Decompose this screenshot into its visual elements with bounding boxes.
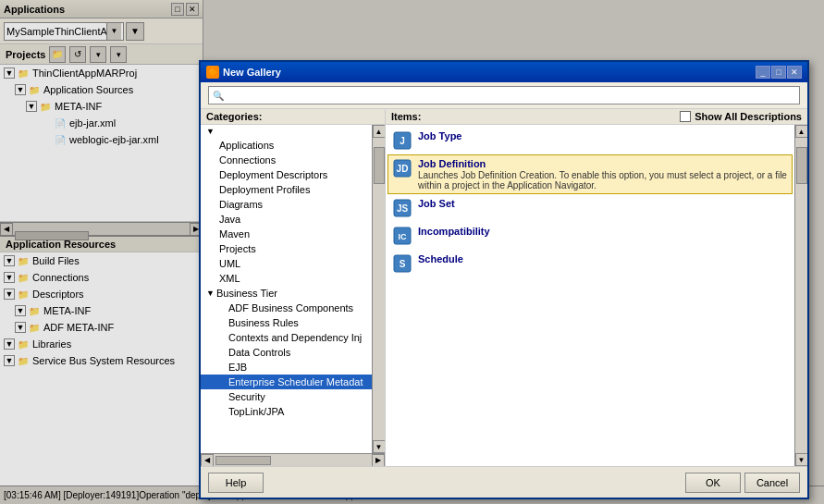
item-row-job-definition[interactable]: JD Job Definition Launches Job Definitio… bbox=[387, 154, 793, 194]
dialog-title-icon: 🔶 bbox=[206, 66, 219, 79]
dialog-minimize-btn[interactable]: _ bbox=[756, 66, 770, 79]
cat-item-maven[interactable]: Maven bbox=[201, 227, 372, 241]
cat-item-java[interactable]: Java bbox=[201, 212, 372, 227]
cat-item-data-controls[interactable]: Data Controls bbox=[201, 345, 372, 360]
items-vscroll[interactable]: ▲ ▼ bbox=[794, 125, 807, 466]
cat-item-uml[interactable]: UML bbox=[201, 256, 372, 271]
item-row-schedule[interactable]: S Schedule bbox=[387, 250, 793, 277]
item-icon-job-definition: JD bbox=[392, 158, 412, 178]
cat-item-cdi[interactable]: Contexts and Dependency Inj bbox=[201, 330, 372, 345]
item-name-job-definition: Job Definition bbox=[418, 158, 788, 169]
ok-button[interactable]: OK bbox=[685, 473, 741, 493]
cat-vscroll-track bbox=[374, 138, 385, 440]
item-desc-job-definition: Launches Job Definition Creation. To ena… bbox=[418, 170, 788, 191]
cancel-button[interactable]: Cancel bbox=[744, 473, 800, 493]
item-name-job-set: Job Set bbox=[418, 198, 788, 209]
items-vscroll-track bbox=[796, 138, 807, 453]
items-vscroll-thumb bbox=[796, 147, 807, 184]
cat-item-diagrams[interactable]: Diagrams bbox=[201, 197, 372, 212]
svg-text:J: J bbox=[400, 136, 405, 146]
item-row-incompatibility[interactable]: IC Incompatibility bbox=[387, 222, 793, 250]
business-tier-expand: ▼ bbox=[206, 289, 215, 298]
footer-right: OK Cancel bbox=[685, 473, 800, 493]
cat-vscroll-down[interactable]: ▼ bbox=[373, 440, 386, 453]
items-header-label: Items: bbox=[391, 111, 421, 122]
cat-item-deployment-descriptors[interactable]: Deployment Descriptors bbox=[201, 167, 372, 182]
cat-item-applications[interactable]: Applications bbox=[201, 138, 372, 153]
cat-item-security[interactable]: Security bbox=[201, 389, 372, 404]
item-name-job-type: Job Type bbox=[418, 130, 788, 141]
item-name-schedule: Schedule bbox=[418, 253, 788, 264]
item-content-job-set: Job Set bbox=[418, 198, 788, 209]
show-all-container[interactable]: Show All Descriptions bbox=[680, 111, 802, 122]
dialog-titlebar: 🔶 New Gallery _ □ ✕ bbox=[201, 62, 807, 82]
svg-text:JS: JS bbox=[397, 203, 409, 214]
dialog-maximize-btn[interactable]: □ bbox=[771, 66, 786, 79]
categories-header: Categories: bbox=[201, 109, 385, 125]
cat-item-ejb[interactable]: EJB bbox=[201, 360, 372, 375]
cat-item-xml[interactable]: XML bbox=[201, 271, 372, 286]
dialog-title-left: 🔶 New Gallery bbox=[206, 66, 281, 79]
cat-vscroll-thumb bbox=[374, 147, 385, 184]
item-content-schedule: Schedule bbox=[418, 253, 788, 264]
items-header: Items: Show All Descriptions bbox=[386, 109, 807, 125]
cat-item-connections[interactable]: Connections bbox=[201, 153, 372, 167]
dialog-close-btn[interactable]: ✕ bbox=[787, 66, 802, 79]
categories-list: ▼ Applications Connections Deployment De… bbox=[201, 125, 372, 453]
show-all-checkbox[interactable] bbox=[680, 111, 691, 122]
item-row-job-set[interactable]: JS Job Set bbox=[387, 194, 793, 222]
items-list: J Job Type JD bbox=[386, 125, 794, 466]
item-icon-job-set: JS bbox=[392, 198, 412, 218]
cat-item-adf-bc[interactable]: ADF Business Components bbox=[201, 301, 372, 315]
svg-text:JD: JD bbox=[397, 164, 409, 174]
item-icon-schedule: S bbox=[392, 253, 412, 274]
cat-section-expand: ▼ bbox=[206, 127, 215, 136]
dialog-title-btns: _ □ ✕ bbox=[756, 66, 802, 79]
dialog-columns: Categories: ▼ Applications Connections D… bbox=[201, 108, 807, 466]
search-box[interactable]: 🔍 bbox=[208, 86, 800, 104]
item-icon-incompatibility: IC bbox=[392, 226, 412, 246]
cat-item-deployment-profiles[interactable]: Deployment Profiles bbox=[201, 182, 372, 197]
item-content-job-definition: Job Definition Launches Job Definition C… bbox=[418, 158, 788, 191]
cat-item-enterprise-scheduler[interactable]: Enterprise Scheduler Metadat bbox=[201, 375, 372, 389]
categories-panel: Categories: ▼ Applications Connections D… bbox=[201, 109, 386, 466]
dialog-footer: Help OK Cancel bbox=[201, 466, 807, 498]
svg-text:S: S bbox=[400, 259, 406, 269]
search-input[interactable] bbox=[228, 90, 795, 101]
items-vscroll-down[interactable]: ▼ bbox=[795, 453, 808, 466]
business-tier-label: Business Tier bbox=[216, 288, 277, 299]
cat-section-business[interactable]: ▼ Business Tier bbox=[201, 286, 372, 301]
cat-hscroll[interactable]: ◀ ▶ bbox=[201, 453, 385, 466]
item-row-job-type[interactable]: J Job Type bbox=[387, 127, 793, 154]
categories-vscroll[interactable]: ▲ ▼ bbox=[372, 125, 385, 453]
svg-text:IC: IC bbox=[399, 232, 408, 241]
items-panel: Items: Show All Descriptions J bbox=[386, 109, 807, 466]
items-vscroll-up[interactable]: ▲ bbox=[795, 125, 808, 138]
cat-hscroll-left[interactable]: ◀ bbox=[201, 454, 214, 467]
help-button[interactable]: Help bbox=[208, 473, 264, 493]
item-content-job-type: Job Type bbox=[418, 130, 788, 141]
cat-item-business-rules[interactable]: Business Rules bbox=[201, 315, 372, 330]
dialog-title-text: New Gallery bbox=[223, 67, 281, 78]
cat-item-toplink[interactable]: TopLink/JPA bbox=[201, 404, 372, 419]
dialog-search-row: 🔍 bbox=[201, 82, 807, 108]
item-icon-job-type: J bbox=[392, 130, 412, 151]
search-icon: 🔍 bbox=[213, 91, 224, 101]
cat-item-projects[interactable]: Projects bbox=[201, 241, 372, 256]
gallery-dialog: 🔶 New Gallery _ □ ✕ 🔍 Categories: ▼ bbox=[199, 60, 809, 499]
item-name-incompatibility: Incompatibility bbox=[418, 226, 788, 237]
cat-vscroll-up[interactable]: ▲ bbox=[373, 125, 386, 138]
cat-section-top[interactable]: ▼ bbox=[201, 125, 372, 138]
item-content-incompatibility: Incompatibility bbox=[418, 226, 788, 237]
show-all-label: Show All Descriptions bbox=[695, 111, 802, 122]
cat-hscroll-right[interactable]: ▶ bbox=[372, 454, 385, 467]
